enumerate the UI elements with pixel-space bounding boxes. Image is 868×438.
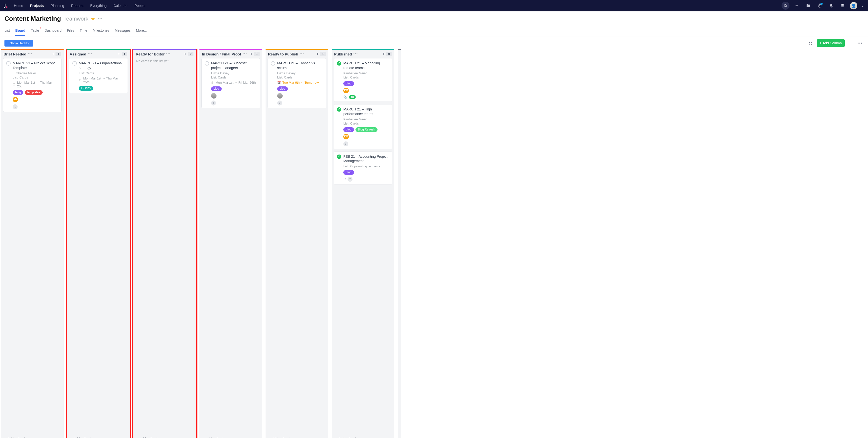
column-add-icon[interactable]: +: [118, 52, 120, 56]
board-menu-icon[interactable]: •••: [857, 40, 864, 46]
show-backlog-button[interactable]: › Show Backlog: [4, 40, 33, 46]
kanban-card[interactable]: MARCH 21 – Kanban vs. scrum Lizzie Davey…: [268, 58, 326, 108]
tag-blog[interactable]: blog: [343, 81, 354, 86]
user-avatar[interactable]: 👤: [850, 2, 857, 9]
nav-link-everything[interactable]: Everything: [87, 2, 110, 10]
attachment-count: 10: [349, 95, 356, 99]
complete-checkbox[interactable]: [337, 107, 341, 112]
kanban-card[interactable]: MARCH 21 – Project Scope Template Kimber…: [3, 58, 62, 112]
add-card-button[interactable]: + Add a Card: [133, 435, 196, 438]
comments-icon[interactable]: 1: [12, 104, 18, 109]
tag-blog[interactable]: blog: [277, 86, 288, 91]
subtasks-icon[interactable]: ⇄: [343, 178, 346, 181]
complete-checkbox[interactable]: [337, 61, 341, 66]
chevron-down-icon[interactable]: ⌄: [861, 4, 864, 7]
add-card-button[interactable]: + Add a Card: [332, 435, 394, 438]
complete-checkbox[interactable]: [271, 61, 275, 66]
column-menu-icon[interactable]: •••: [353, 52, 358, 56]
tag-blog[interactable]: blog: [343, 170, 354, 175]
app-logo[interactable]: [3, 3, 8, 8]
comments-icon[interactable]: 3: [211, 100, 216, 105]
project-title: Content Marketing: [4, 15, 61, 23]
card-list: List: Cards: [343, 122, 389, 125]
card-list: List: Cards: [343, 75, 389, 79]
comments-icon[interactable]: 2: [347, 177, 352, 182]
tab-time[interactable]: Time: [80, 26, 88, 36]
column-add-icon[interactable]: +: [250, 52, 252, 56]
filter-icon[interactable]: [847, 40, 854, 46]
card-title: MARCH 21 – High performance teams: [343, 107, 389, 116]
kanban-card[interactable]: MARCH 21 – Successful project managers L…: [202, 58, 260, 108]
attachment-icon[interactable]: 📎: [343, 95, 347, 99]
nav-link-planning[interactable]: Planning: [48, 2, 67, 10]
column-menu-icon[interactable]: •••: [88, 52, 93, 56]
expand-icon[interactable]: [807, 40, 814, 46]
column-assigned: Assigned ••• + 1 MARCH 21 – Organization…: [67, 49, 130, 438]
column-count: 1: [320, 52, 326, 56]
nav-link-projects[interactable]: Projects: [27, 2, 46, 10]
card-title: MARCH 21 – Successful project managers: [211, 61, 257, 70]
timer-icon[interactable]: [816, 2, 824, 10]
tag-blog refresh[interactable]: Blog Refresh: [355, 127, 377, 132]
comments-icon[interactable]: 9: [277, 100, 282, 105]
svg-rect-15: [842, 6, 843, 7]
column-menu-icon[interactable]: •••: [166, 52, 171, 56]
tab-table[interactable]: Table: [31, 26, 39, 36]
kanban-card[interactable]: MARCH 21 – Managing remote teams Kimberl…: [334, 58, 392, 102]
assignee-avatar[interactable]: KM: [343, 88, 349, 93]
search-icon[interactable]: [781, 2, 789, 10]
tab-dashboard[interactable]: Dashboard: [44, 26, 62, 36]
tag-blog[interactable]: blog: [211, 86, 222, 91]
folder-icon[interactable]: [804, 2, 812, 10]
tab-messages[interactable]: Messages: [115, 26, 130, 36]
board-toolbar: › Show Backlog + Add Column •••: [0, 36, 868, 49]
add-card-button[interactable]: + Add a Card: [1, 435, 64, 438]
tag-blog[interactable]: blog: [343, 127, 354, 132]
column-published: Published ••• + 0 MARCH 21 – Managing re…: [332, 49, 394, 438]
nav-link-home[interactable]: Home: [11, 2, 26, 10]
complete-checkbox[interactable]: [205, 61, 209, 66]
column-menu-icon[interactable]: •••: [28, 52, 33, 56]
complete-checkbox[interactable]: [337, 155, 341, 159]
tab-list[interactable]: List: [4, 26, 10, 36]
apps-icon[interactable]: [839, 2, 846, 10]
kanban-card[interactable]: MARCH 21 – Organizational strategy List:…: [69, 58, 128, 93]
comments-icon[interactable]: 3: [343, 142, 348, 146]
nav-link-reports[interactable]: Reports: [68, 2, 86, 10]
nav-link-calendar[interactable]: Calendar: [111, 2, 130, 10]
column-count: 1: [254, 52, 259, 56]
add-column-button[interactable]: + Add Column: [817, 39, 845, 47]
add-card-button[interactable]: + Add a Card: [199, 435, 262, 438]
add-card-button[interactable]: + Add a Card: [67, 435, 130, 438]
assignee-avatar[interactable]: KM: [343, 134, 349, 139]
complete-checkbox[interactable]: [6, 61, 11, 66]
project-menu-icon[interactable]: •••: [98, 17, 103, 21]
column-menu-icon[interactable]: •••: [243, 52, 247, 56]
column-add-icon[interactable]: +: [184, 52, 186, 56]
kanban-card[interactable]: FEB 21 – Accounting Project Management L…: [334, 152, 392, 185]
tab-files[interactable]: Files: [67, 26, 74, 36]
column-title: Brief Needed: [3, 52, 27, 56]
kanban-card[interactable]: MARCH 21 – High performance teams Kimber…: [334, 104, 392, 149]
assignee-avatar[interactable]: [277, 93, 283, 98]
tag-blog[interactable]: blog: [12, 90, 23, 95]
assignee-avatar[interactable]: KM: [12, 97, 18, 102]
add-card-button[interactable]: + Add a Card: [266, 435, 328, 438]
tab-milestones[interactable]: Milestones: [93, 26, 109, 36]
column-add-icon[interactable]: +: [52, 52, 54, 56]
nav-link-people[interactable]: People: [131, 2, 148, 10]
column-add-icon[interactable]: +: [382, 52, 385, 56]
column-add-icon[interactable]: +: [316, 52, 318, 56]
complete-checkbox[interactable]: [72, 61, 77, 66]
tab-more-[interactable]: More...: [136, 26, 147, 36]
column-menu-icon[interactable]: •••: [300, 52, 305, 56]
plus-icon[interactable]: [793, 2, 801, 10]
star-icon[interactable]: ★: [91, 16, 95, 22]
tag-guides[interactable]: Guides: [79, 86, 93, 91]
card-author: Lizzie Davey: [211, 71, 257, 75]
tab-board[interactable]: Board: [16, 26, 25, 36]
tag-templates[interactable]: templates: [25, 90, 42, 95]
bell-icon[interactable]: [827, 2, 835, 10]
assignee-avatar[interactable]: [211, 93, 217, 98]
card-author: Kimberlee Meier: [343, 71, 389, 75]
